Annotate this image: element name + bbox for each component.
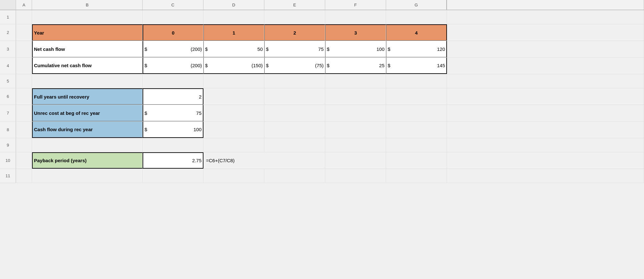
cell-C3-net-cash-flow-0[interactable]: $ (200) bbox=[143, 41, 203, 57]
cell-A4[interactable] bbox=[16, 58, 32, 74]
cell-G2-year4[interactable]: 4 bbox=[386, 24, 447, 41]
cell-G7[interactable] bbox=[386, 105, 447, 121]
cell-E3-net-cash-flow-2[interactable]: $ 75 bbox=[264, 41, 325, 57]
row-num-8: 8 bbox=[0, 122, 16, 138]
cell-rest-7 bbox=[447, 105, 644, 121]
cell-D7[interactable] bbox=[203, 105, 264, 121]
cell-F9[interactable] bbox=[325, 138, 386, 152]
cell-A7[interactable] bbox=[16, 105, 32, 121]
cell-G10[interactable] bbox=[386, 152, 447, 169]
cell-C10-payback-value[interactable]: 2.75 bbox=[143, 152, 203, 169]
cell-C6-full-years-value[interactable]: 2 bbox=[143, 88, 203, 105]
cell-F4-cum-3[interactable]: $ 25 bbox=[325, 58, 386, 74]
cell-G11[interactable] bbox=[386, 169, 447, 183]
cell-rest-4 bbox=[447, 58, 644, 74]
col-header-rest bbox=[447, 0, 644, 10]
row-2: 2 Year 0 1 2 3 4 bbox=[0, 24, 644, 41]
cell-E6[interactable] bbox=[264, 88, 325, 105]
cell-rest-3 bbox=[447, 41, 644, 57]
cell-D1[interactable] bbox=[203, 10, 264, 24]
cell-F1[interactable] bbox=[325, 10, 386, 24]
cell-D6[interactable] bbox=[203, 88, 264, 105]
row-1: 1 bbox=[0, 10, 644, 24]
cell-B9[interactable] bbox=[32, 138, 143, 152]
cell-B4-cum-cash-flow-label[interactable]: Cumulative net cash flow bbox=[32, 58, 143, 74]
cell-C5[interactable] bbox=[143, 74, 203, 88]
cell-G8[interactable] bbox=[386, 122, 447, 138]
cell-C8-cash-flow-rec-value[interactable]: $ 100 bbox=[143, 122, 203, 138]
cell-F7[interactable] bbox=[325, 105, 386, 121]
cell-B6-full-years-label[interactable]: Full years until recovery bbox=[32, 88, 143, 105]
cell-rest-1 bbox=[447, 10, 644, 24]
row-num-2: 2 bbox=[0, 24, 16, 41]
cell-B7-unrec-cost-label[interactable]: Unrec cost at beg of rec year bbox=[32, 105, 143, 121]
cell-G6[interactable] bbox=[386, 88, 447, 105]
cell-C7-unrec-cost-value[interactable]: $ 75 bbox=[143, 105, 203, 121]
cell-G3-net-cash-flow-4[interactable]: $ 120 bbox=[386, 41, 447, 57]
cell-B5[interactable] bbox=[32, 74, 143, 88]
cell-F8[interactable] bbox=[325, 122, 386, 138]
cell-A10[interactable] bbox=[16, 152, 32, 169]
col-header-F: F bbox=[325, 0, 386, 10]
cell-E9[interactable] bbox=[264, 138, 325, 152]
cell-D3-net-cash-flow-1[interactable]: $ 50 bbox=[203, 41, 264, 57]
row-num-4: 4 bbox=[0, 58, 16, 74]
cell-E2-year2[interactable]: 2 bbox=[264, 24, 325, 41]
cell-C1[interactable] bbox=[143, 10, 203, 24]
cell-E8[interactable] bbox=[264, 122, 325, 138]
cell-D8[interactable] bbox=[203, 122, 264, 138]
cell-D10-formula[interactable]: =C6+(C7/C8) bbox=[203, 152, 264, 169]
cell-B11[interactable] bbox=[32, 169, 143, 183]
cell-F3-net-cash-flow-3[interactable]: $ 100 bbox=[325, 41, 386, 57]
cell-A8[interactable] bbox=[16, 122, 32, 138]
col-header-B: B bbox=[32, 0, 143, 10]
cell-A6[interactable] bbox=[16, 88, 32, 105]
cell-A11[interactable] bbox=[16, 169, 32, 183]
cell-G9[interactable] bbox=[386, 138, 447, 152]
row-num-6: 6 bbox=[0, 88, 16, 105]
cell-D5[interactable] bbox=[203, 74, 264, 88]
cell-rest-10 bbox=[447, 152, 644, 169]
row-9: 9 bbox=[0, 138, 644, 152]
cell-D4-cum-1[interactable]: $ (150) bbox=[203, 58, 264, 74]
cell-G4-cum-4[interactable]: $ 145 bbox=[386, 58, 447, 74]
cell-A1[interactable] bbox=[16, 10, 32, 24]
cell-E1[interactable] bbox=[264, 10, 325, 24]
cell-E5[interactable] bbox=[264, 74, 325, 88]
row-7: 7 Unrec cost at beg of rec year $ 75 bbox=[0, 105, 644, 122]
cell-E7[interactable] bbox=[264, 105, 325, 121]
cell-E11[interactable] bbox=[264, 169, 325, 183]
cell-A5[interactable] bbox=[16, 74, 32, 88]
cell-C9[interactable] bbox=[143, 138, 203, 152]
cell-B8-cash-flow-rec-label[interactable]: Cash flow during rec year bbox=[32, 122, 143, 138]
cell-B3-net-cash-flow-label[interactable]: Net cash flow bbox=[32, 41, 143, 57]
column-header-row: A B C D E F G bbox=[0, 0, 644, 10]
cell-F10[interactable] bbox=[325, 152, 386, 169]
col-header-G: G bbox=[386, 0, 447, 10]
cell-D9[interactable] bbox=[203, 138, 264, 152]
row-3: 3 Net cash flow $ (200) $ 50 $ 75 $ 100 … bbox=[0, 41, 644, 58]
cell-C4-cum-0[interactable]: $ (200) bbox=[143, 58, 203, 74]
cell-C11[interactable] bbox=[143, 169, 203, 183]
cell-B10-payback-label[interactable]: Payback period (years) bbox=[32, 152, 143, 169]
cell-rest-9 bbox=[447, 138, 644, 152]
cell-G5[interactable] bbox=[386, 74, 447, 88]
cell-E4-cum-2[interactable]: $ (75) bbox=[264, 58, 325, 74]
cell-F2-year3[interactable]: 3 bbox=[325, 24, 386, 41]
cell-A9[interactable] bbox=[16, 138, 32, 152]
cell-D2-year1[interactable]: 1 bbox=[203, 24, 264, 41]
row-num-1: 1 bbox=[0, 10, 16, 24]
cell-F11[interactable] bbox=[325, 169, 386, 183]
cell-B1[interactable] bbox=[32, 10, 143, 24]
cell-rest-11 bbox=[447, 169, 644, 183]
cell-C2-year0[interactable]: 0 bbox=[143, 24, 203, 41]
cell-F6[interactable] bbox=[325, 88, 386, 105]
cell-F5[interactable] bbox=[325, 74, 386, 88]
cell-A2[interactable] bbox=[16, 24, 32, 41]
col-header-A: A bbox=[16, 0, 32, 10]
cell-G1[interactable] bbox=[386, 10, 447, 24]
cell-E10[interactable] bbox=[264, 152, 325, 169]
cell-D11[interactable] bbox=[203, 169, 264, 183]
cell-A3[interactable] bbox=[16, 41, 32, 57]
cell-B2-year-label[interactable]: Year bbox=[32, 24, 143, 41]
